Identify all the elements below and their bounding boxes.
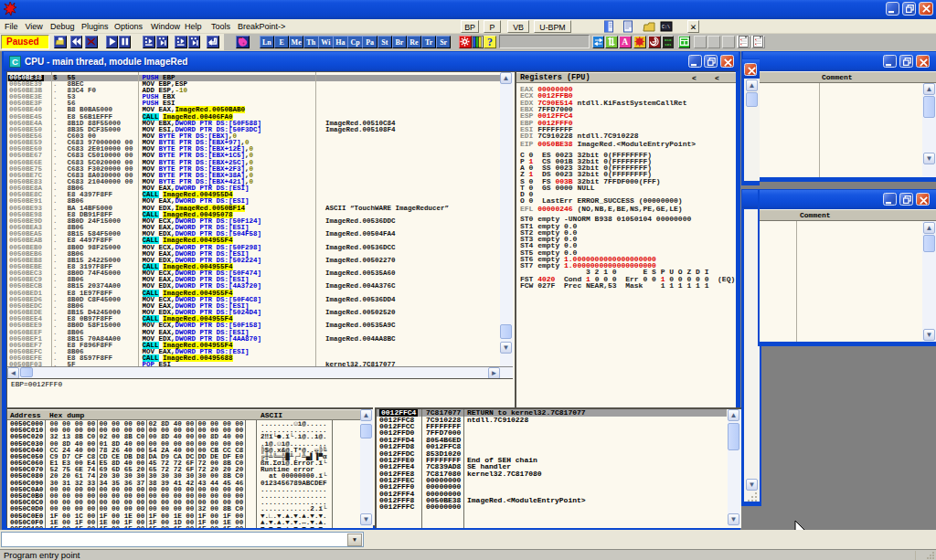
svg-text:C:\: C:\ bbox=[662, 25, 670, 30]
svg-text:A: A bbox=[622, 37, 629, 48]
svg-text:101: 101 bbox=[665, 42, 672, 47]
